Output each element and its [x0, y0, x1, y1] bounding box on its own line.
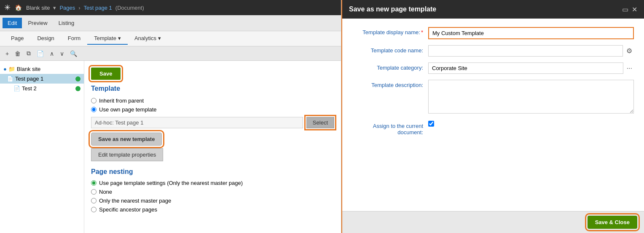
move-down-icon[interactable]: ∨: [58, 49, 66, 58]
category-input[interactable]: [428, 62, 623, 74]
sidebar-item-label-2: Test 2: [22, 85, 37, 92]
template-input[interactable]: [91, 117, 303, 128]
form-row-category: Template category: ···: [352, 62, 634, 74]
template-select-row: Select: [91, 117, 334, 128]
add-icon[interactable]: +: [3, 49, 11, 58]
modal-restore-button[interactable]: ▭: [622, 5, 628, 14]
site-name[interactable]: Blank site: [26, 5, 50, 11]
left-panel: ✳ 🏠 Blank site ▾ Pages › Test page 1 (Do…: [0, 0, 341, 233]
radio-own-input[interactable]: [91, 107, 97, 112]
analytics-dropdown-icon: ▾: [158, 35, 161, 41]
form-row-assign: Assign to the current document:: [352, 121, 634, 135]
nesting-radio-none-input[interactable]: [91, 189, 97, 195]
template-heading: Template: [91, 85, 334, 92]
edit-button[interactable]: Edit: [3, 18, 22, 28]
modal-footer: Save & Close: [342, 211, 644, 233]
collapse-icon: ●: [3, 66, 7, 72]
breadcrumb-current-page[interactable]: Test page 1: [84, 5, 112, 11]
radio-inherit[interactable]: Inherit from parent: [91, 98, 334, 104]
code-name-options-button[interactable]: ⚙: [625, 46, 634, 56]
logo-icon: ✳: [4, 3, 11, 12]
page-tabs: Page Design Form Template ▾ Analytics ▾: [0, 31, 341, 46]
modal-close-button[interactable]: ✕: [632, 5, 637, 14]
nesting-radio-specific[interactable]: Specific ancestor pages: [91, 206, 334, 213]
save-new-template-button[interactable]: Save as new template: [91, 133, 162, 146]
nesting-none-label: None: [99, 189, 112, 195]
form-row-display-name: Template display name:: [352, 27, 634, 39]
listing-button[interactable]: Listing: [54, 18, 80, 28]
modal-title: Save as new page template: [349, 5, 436, 13]
nesting-radio-group: Use page template settings (Only the nea…: [91, 180, 334, 213]
modal-header: Save as new page template ▭ ✕: [342, 0, 644, 19]
delete-icon[interactable]: 🗑: [13, 49, 23, 58]
tab-page[interactable]: Page: [4, 33, 30, 45]
copy-icon[interactable]: ⧉: [24, 49, 33, 58]
code-name-field: ⚙: [428, 45, 634, 57]
template-radio-group: Inherit from parent Use own page templat…: [91, 98, 334, 113]
description-field: [428, 80, 634, 115]
move-up-icon[interactable]: ∧: [48, 49, 56, 58]
radio-inherit-input[interactable]: [91, 98, 97, 103]
tab-template[interactable]: Template ▾: [87, 33, 128, 45]
sidebar-item-test2[interactable]: 📄 Test 2: [0, 84, 84, 93]
nesting-radio-specific-input[interactable]: [91, 207, 97, 212]
template-dropdown-icon: ▾: [118, 35, 121, 41]
radio-inherit-label: Inherit from parent: [99, 98, 144, 104]
code-name-input[interactable]: [428, 45, 623, 57]
home-icon: 🏠: [15, 4, 22, 11]
display-name-label: Template display name:: [352, 27, 428, 35]
nesting-nearest-label: Only the nearest master page: [99, 198, 171, 204]
modal-panel: Save as new page template ▭ ✕ Template d…: [341, 0, 644, 233]
top-bar: ✳ 🏠 Blank site ▾ Pages › Test page 1 (Do…: [0, 0, 341, 15]
description-textarea[interactable]: [428, 80, 634, 114]
root-label: Blank site: [17, 66, 40, 72]
new-doc-icon[interactable]: 📄: [35, 49, 46, 58]
tab-analytics[interactable]: Analytics ▾: [128, 33, 168, 45]
status-indicator-2: [75, 86, 80, 91]
status-indicator: [75, 76, 80, 81]
page-nesting-heading: Page nesting: [91, 168, 334, 176]
page-icon-2: 📄: [13, 85, 20, 92]
main-content: ● 📁 Blank site 📄 Test page 1 📄 Test 2 S: [0, 61, 341, 233]
nesting-radio-settings[interactable]: Use page template settings (Only the nea…: [91, 180, 334, 186]
toolbar-icons: + 🗑 ⧉ 📄 ∧ ∨ 🔍: [0, 46, 341, 61]
sidebar-item-test-page-1[interactable]: 📄 Test page 1: [0, 74, 84, 84]
category-label: Template category:: [352, 62, 428, 71]
description-label: Template description:: [352, 80, 428, 88]
edit-properties-button[interactable]: Edit template properties: [91, 148, 163, 161]
radio-own[interactable]: Use own page template: [91, 106, 334, 113]
search-icon[interactable]: 🔍: [68, 49, 79, 58]
nesting-specific-label: Specific ancestor pages: [99, 206, 157, 213]
category-field: ···: [428, 62, 634, 74]
edit-toolbar: Edit Preview Listing: [0, 15, 341, 31]
nesting-radio-nearest[interactable]: Only the nearest master page: [91, 198, 334, 204]
nesting-radio-settings-input[interactable]: [91, 180, 97, 186]
form-row-description: Template description:: [352, 80, 634, 115]
code-name-label: Template code name:: [352, 45, 428, 54]
select-button[interactable]: Select: [306, 117, 334, 128]
sidebar-tree: ● 📁 Blank site 📄 Test page 1 📄 Test 2: [0, 61, 84, 233]
save-area: Save: [91, 68, 334, 80]
action-buttons: Save as new template Edit template prope…: [91, 133, 334, 161]
save-button[interactable]: Save: [91, 68, 121, 80]
display-name-field: [428, 27, 634, 39]
content-panel: Save Template Inherit from parent Use ow…: [84, 61, 341, 233]
tab-form[interactable]: Form: [61, 33, 87, 45]
nesting-radio-nearest-input[interactable]: [91, 198, 97, 203]
breadcrumb: Blank site ▾ Pages › Test page 1 (Docume…: [26, 5, 144, 11]
display-name-input[interactable]: [428, 27, 634, 39]
form-row-code-name: Template code name: ⚙: [352, 45, 634, 57]
category-options-button[interactable]: ···: [625, 64, 634, 73]
sidebar-item-root[interactable]: ● 📁 Blank site: [0, 64, 84, 74]
breadcrumb-pages[interactable]: Pages: [59, 5, 75, 11]
preview-button[interactable]: Preview: [23, 18, 52, 28]
save-close-button[interactable]: Save & Close: [588, 216, 637, 229]
assign-checkbox[interactable]: [428, 121, 434, 127]
page-icon: 📄: [7, 76, 13, 82]
assign-label: Assign to the current document:: [352, 121, 428, 135]
assign-field: [428, 121, 634, 127]
nesting-radio-none[interactable]: None: [91, 189, 334, 195]
tab-design[interactable]: Design: [30, 33, 61, 45]
sidebar-item-label: Test page 1: [15, 76, 43, 82]
breadcrumb-type: (Document): [115, 5, 144, 11]
